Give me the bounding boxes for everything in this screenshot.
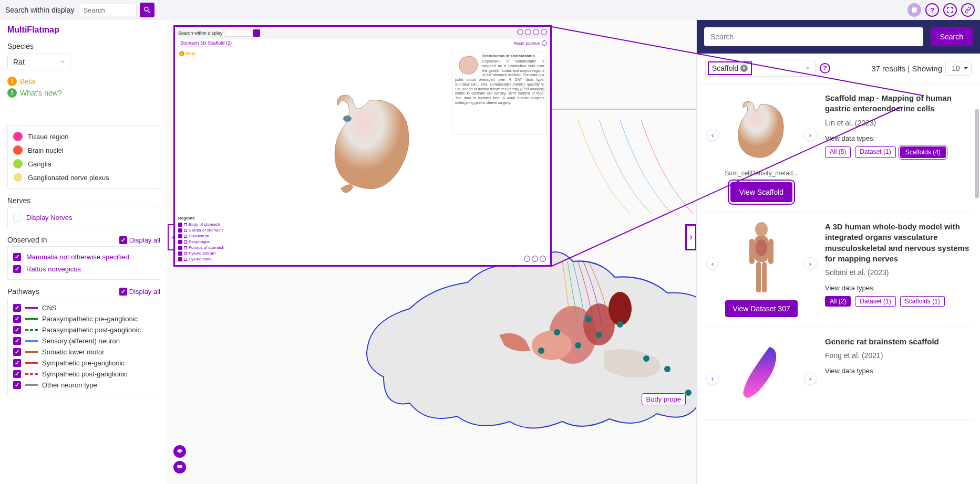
pathway-item[interactable]: Parasympathetic post-ganglionic [13,324,154,335]
thumb-next[interactable]: › [804,257,817,270]
overlay-bottom-icon[interactable] [524,256,530,262]
species-select[interactable]: Rat [7,54,70,70]
view-types-label: View data types: [825,284,971,292]
observed-item[interactable]: Mammalia not otherwise specified [13,251,154,263]
path-line-icon [25,340,38,342]
type-tag[interactable]: Dataset (1) [855,146,895,158]
thumb-next[interactable]: › [804,372,817,385]
checkbox[interactable] [13,315,21,323]
beta-badge[interactable]: !Beta [0,76,168,87]
region-item[interactable]: Body of stomach [178,222,236,227]
checkbox[interactable] [178,234,182,238]
overlay-search-input[interactable] [225,29,251,37]
checkbox[interactable] [13,253,21,261]
region-item[interactable]: Cardia of stomach [178,227,236,233]
observed-item[interactable]: Rattus norvegicus [13,263,154,275]
checkbox[interactable] [13,304,21,312]
svg-rect-19 [749,239,755,264]
thumb-prev[interactable]: ‹ [706,129,719,141]
thumb-image[interactable] [725,336,798,410]
checkbox[interactable] [13,381,21,389]
type-tag[interactable]: All (2) [825,296,851,307]
thumb-prev[interactable]: ‹ [706,372,719,385]
region-item[interactable]: Pyloric canal [178,256,236,262]
checkbox[interactable] [178,257,182,261]
checkbox[interactable] [13,337,21,345]
page-size-select[interactable]: 10 [945,61,972,76]
card-title[interactable]: Generic rat brainstem scaffold [825,336,971,347]
region-item[interactable]: Pyloric antrum [178,250,236,256]
checkbox[interactable] [178,246,182,250]
overlay-bottom-icon[interactable] [540,256,546,262]
observed-header: Observed in [7,236,47,244]
overlay-tab[interactable]: Stomach 3D Scaffold (2) [177,39,235,47]
thumb-next[interactable]: › [804,129,817,141]
view-types-label: View data types: [825,134,971,142]
filter-dropdown[interactable]: Scaffold✕ [705,60,816,77]
thumb-image[interactable] [725,93,798,166]
filter-tag-scaffold[interactable]: Scaffold✕ [708,61,752,75]
checkbox[interactable] [178,251,182,256]
display-all-observed[interactable]: Display all [119,236,160,244]
pathway-item[interactable]: Sympathetic post-ganglionic [13,369,154,380]
nerves-box: Display Nerves [7,207,160,228]
overlay-bottom-icon[interactable] [532,256,538,262]
overlay-icon[interactable] [533,29,539,35]
type-tag[interactable]: Scaffolds (4) [900,146,946,158]
card-title[interactable]: A 3D human whole-body model with integra… [825,222,971,264]
fullscreen-icon[interactable] [943,3,957,17]
pathway-item[interactable]: Other neuron type [13,380,154,391]
checkbox[interactable] [178,223,182,227]
results-search-input[interactable] [704,27,923,46]
region-item[interactable]: Esophagus [178,239,236,245]
type-tag[interactable]: Dataset (1) [855,296,895,307]
layers-icon[interactable] [173,445,186,458]
pathway-item[interactable]: CNS [13,302,154,313]
filter-help-icon[interactable]: ? [820,63,830,73]
checkbox[interactable] [13,359,21,367]
search-input[interactable] [79,4,137,16]
context-icon[interactable] [907,3,921,17]
pathway-item[interactable]: Sympathetic pre-ganglionic [13,357,154,369]
overlay-icon[interactable] [541,29,547,35]
svg-point-3 [532,331,572,360]
screen-icon[interactable] [173,461,186,474]
overlay-icon[interactable] [525,29,531,35]
overlay-search-button[interactable] [253,29,260,37]
thumb-image[interactable] [725,222,798,295]
thumb-prev[interactable]: ‹ [706,257,719,270]
results-list[interactable]: ‹›Som_cellDensity_metad...View ScaffoldS… [697,83,980,484]
display-all-pathways[interactable]: Display all [119,288,160,296]
checkbox[interactable] [178,228,182,233]
checkbox[interactable] [13,326,21,334]
help-icon[interactable]: ? [925,3,939,17]
scrollbar[interactable] [975,109,979,198]
checkbox[interactable] [13,265,21,273]
canvas[interactable]: ‹ › [168,20,696,484]
stomach-3d[interactable] [322,90,422,200]
type-tag[interactable]: All (5) [825,146,851,158]
overlay-icon[interactable] [517,29,523,35]
card-authors: Fong et al. (2021) [825,351,971,360]
checkbox[interactable] [13,370,21,378]
legend-item: Brain nuclei [13,143,154,157]
type-tag[interactable]: Scaffolds (1) [900,296,945,307]
link-icon[interactable] [961,3,975,17]
pathway-item[interactable]: Sensory (afferent) neuron [13,335,154,346]
region-item[interactable]: Duodenum [178,233,236,239]
view-button[interactable]: View Dataset 307 [725,300,797,317]
remove-filter-icon[interactable]: ✕ [740,65,748,72]
checkbox[interactable] [178,240,182,244]
display-nerves-checkbox[interactable] [13,214,21,222]
search-button[interactable] [140,3,154,17]
card-title[interactable]: Scaffold map - Mapping of human gastric … [825,93,971,114]
region-item[interactable]: Fundus of stomach [178,245,236,250]
pathway-item[interactable]: Parasympathetic pre-ganglionic [13,313,154,324]
pathway-item[interactable]: Somatic lower motor [13,346,154,357]
results-search-button[interactable]: Search [931,27,973,46]
whatsnew-badge[interactable]: !What's new? [0,87,168,99]
view-button[interactable]: View Scaffold [730,182,792,202]
info-icon[interactable] [542,40,547,46]
checkbox[interactable] [13,348,21,356]
svg-point-13 [685,390,692,396]
